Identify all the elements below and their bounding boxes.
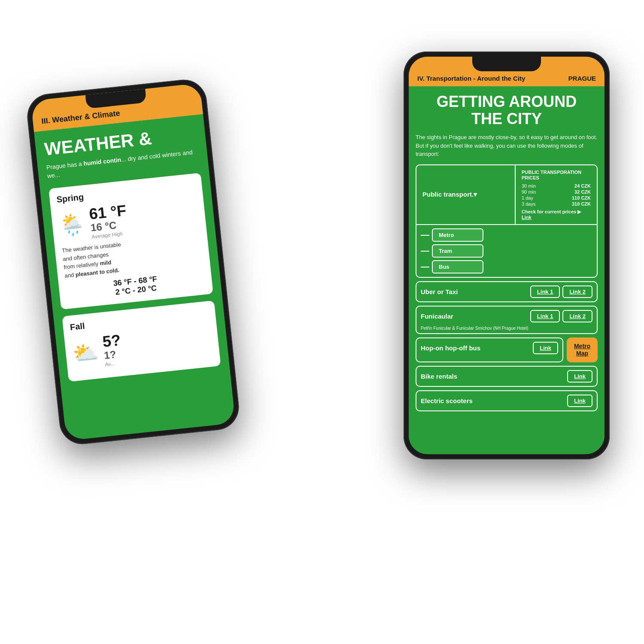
- notch-front: [472, 57, 541, 71]
- intro-text: The sights in Prague are mostly close-by…: [416, 133, 598, 158]
- tram-label: Tram: [432, 244, 483, 258]
- pt-prices-cell: PUBLIC TRANSPORATION PRICES 30 min 24 CZ…: [516, 165, 597, 224]
- scooter-link-button[interactable]: Link: [567, 395, 592, 407]
- city-name: PRAGUE: [568, 75, 596, 82]
- bike-label: Bike rentals: [421, 373, 565, 380]
- hop-main: Hop-on hop-off bus Link: [416, 337, 563, 362]
- metro-line: [421, 235, 429, 236]
- uber-link2-button[interactable]: Link 2: [562, 286, 592, 298]
- fall-temp-label: Av...: [105, 360, 123, 368]
- phone-back: III. Weather & Climate WEATHER & Prague …: [25, 77, 241, 446]
- front-screen-content: Getting AROUNDTHE CITY The sights in Pra…: [409, 86, 605, 454]
- pt-price-90: 90 min 32 CZK: [522, 189, 591, 194]
- spring-icon: 🌦️: [58, 212, 87, 239]
- pt-price-30: 30 min 24 CZK: [522, 183, 591, 188]
- funicaular-link2-button[interactable]: Link 2: [562, 310, 592, 322]
- tram-item: Tram: [421, 244, 592, 258]
- bus-label: Bus: [432, 260, 483, 273]
- hop-label: Hop-on hop-off bus: [421, 344, 530, 352]
- metro-label: Metro: [432, 228, 483, 242]
- bike-link-button[interactable]: Link: [567, 370, 592, 383]
- page-heading: Getting AROUNDTHE CITY: [416, 93, 598, 127]
- transport-section-title: IV. Transportation - Around the City: [417, 75, 525, 82]
- pt-prices-title: PUBLIC TRANSPORATION PRICES: [522, 170, 591, 181]
- bus-line: [421, 267, 429, 267]
- bike-inner: Bike rentals Link: [416, 367, 597, 386]
- scooter-inner: Electric scooters Link: [416, 391, 597, 410]
- scene: III. Weather & Climate WEATHER & Prague …: [0, 0, 644, 644]
- scooter-label: Electric scooters: [421, 397, 565, 404]
- bike-row: Bike rentals Link: [416, 366, 598, 387]
- funicaular-inner: Funicaular Link 1 Link 2: [416, 307, 597, 326]
- tram-line: [421, 251, 429, 252]
- funicaular-link1-button[interactable]: Link 1: [530, 310, 560, 322]
- pt-price-1day: 1 day 110 CZK: [522, 195, 591, 200]
- public-transport-section: Public transport.▾ PUBLIC TRANSPORATION …: [416, 164, 598, 278]
- fall-temp-row: ⛅ 5? 1? Av...: [71, 323, 213, 371]
- weather-section-title: III. Weather & Climate: [41, 109, 121, 125]
- phone-front: IV. Transportation - Around the City PRA…: [404, 52, 610, 459]
- uber-taxi-inner: Uber or Taxi Link 1 Link 2: [416, 282, 597, 301]
- fall-card: Fall ⛅ 5? 1? Av...: [62, 301, 221, 382]
- weather-screen-content: WEATHER & Prague has a humid contin... d…: [34, 114, 231, 398]
- pt-link[interactable]: Link: [522, 215, 532, 220]
- fall-temp-f: 5?: [102, 333, 122, 350]
- hop-row: Hop-on hop-off bus Link MetroMap: [416, 337, 598, 362]
- scooter-row: Electric scooters Link: [416, 390, 598, 411]
- fall-icon: ⛅: [72, 340, 100, 366]
- bus-item: Bus: [421, 260, 592, 273]
- funicaular-row: Funicaular Link 1 Link 2 Petřín Funicula…: [416, 306, 598, 334]
- transport-screen: IV. Transportation - Around the City PRA…: [409, 57, 605, 454]
- fall-temp-c: 1?: [103, 348, 123, 361]
- pt-label[interactable]: Public transport.▾: [416, 165, 516, 224]
- weather-screen: III. Weather & Climate WEATHER & Prague …: [30, 83, 235, 440]
- hop-link-button[interactable]: Link: [533, 342, 558, 354]
- spring-card: Spring 🌦️ 61 °F 16 °C Average High The w…: [49, 173, 213, 310]
- pt-price-3days: 3 days 310 CZK: [522, 201, 591, 207]
- uber-taxi-row: Uber or Taxi Link 1 Link 2: [416, 281, 598, 302]
- hop-main-inner: Hop-on hop-off bus Link: [416, 338, 562, 358]
- uber-taxi-label: Uber or Taxi: [421, 288, 528, 295]
- metro-item: Metro: [421, 228, 592, 242]
- funicaular-note: Petřín Funicular & Funicular Smíchov (NH…: [416, 326, 597, 333]
- pt-link-text: Check for current prices ▶ Link: [522, 209, 591, 220]
- funicaular-label: Funicaular: [421, 313, 528, 320]
- pt-header-row: Public transport.▾ PUBLIC TRANSPORATION …: [416, 165, 597, 225]
- metro-map-button[interactable]: MetroMap: [567, 337, 598, 362]
- pt-sub-items: Metro Tram Bus: [416, 225, 597, 277]
- uber-link1-button[interactable]: Link 1: [530, 286, 560, 298]
- spring-temp-f: 61 °F: [88, 203, 127, 222]
